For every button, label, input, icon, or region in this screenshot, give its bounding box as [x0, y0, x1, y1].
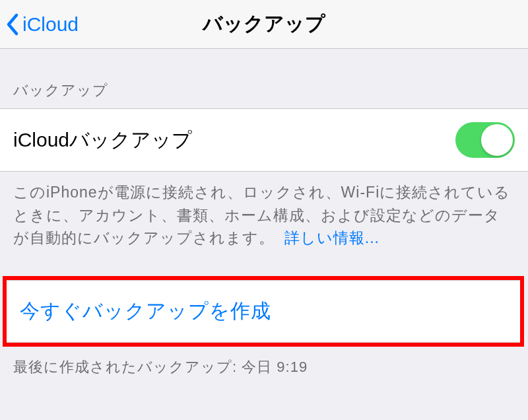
backup-now-label: 今すぐバックアップを作成 [20, 298, 507, 325]
icloud-backup-row: iCloudバックアップ [0, 108, 528, 172]
back-button[interactable]: iCloud [5, 13, 79, 36]
footer-description: このiPhoneが電源に接続され、ロックされ、Wi-Fiに接続されているときに、… [13, 184, 510, 246]
last-backup-text: 最後に作成されたバックアップ: 今日 9:19 [0, 347, 528, 388]
page-title: バックアップ [203, 11, 325, 38]
chevron-left-icon [5, 13, 20, 36]
section-footer: このiPhoneが電源に接続され、ロックされ、Wi-Fiに接続されているときに、… [0, 172, 528, 276]
more-info-link[interactable]: 詳しい情報... [284, 229, 380, 246]
icloud-backup-toggle[interactable] [455, 122, 515, 158]
navbar: iCloud バックアップ [0, 0, 528, 49]
section-header: バックアップ [0, 49, 528, 108]
icloud-backup-label: iCloudバックアップ [13, 127, 192, 154]
backup-now-button[interactable]: 今すぐバックアップを作成 [7, 280, 520, 343]
toggle-knob [481, 124, 513, 156]
back-label: iCloud [22, 13, 79, 36]
highlight-box: 今すぐバックアップを作成 [3, 276, 524, 347]
